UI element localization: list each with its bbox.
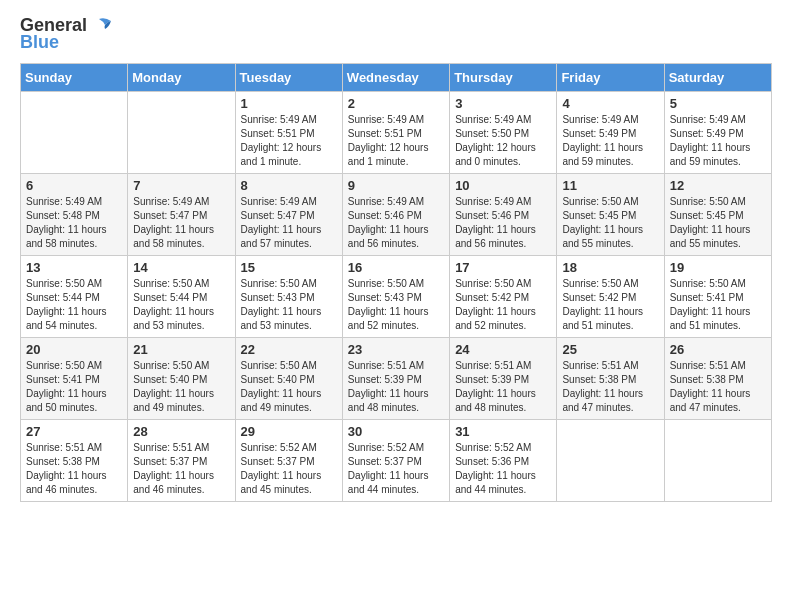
calendar-cell-1-5: 3Sunrise: 5:49 AM Sunset: 5:50 PM Daylig… — [450, 92, 557, 174]
day-info: Sunrise: 5:52 AM Sunset: 5:36 PM Dayligh… — [455, 441, 551, 497]
day-info: Sunrise: 5:51 AM Sunset: 5:39 PM Dayligh… — [455, 359, 551, 415]
weekday-header-monday: Monday — [128, 64, 235, 92]
day-number: 15 — [241, 260, 337, 275]
day-number: 23 — [348, 342, 444, 357]
calendar-cell-2-4: 9Sunrise: 5:49 AM Sunset: 5:46 PM Daylig… — [342, 174, 449, 256]
calendar-cell-3-1: 13Sunrise: 5:50 AM Sunset: 5:44 PM Dayli… — [21, 256, 128, 338]
day-info: Sunrise: 5:50 AM Sunset: 5:43 PM Dayligh… — [241, 277, 337, 333]
day-number: 29 — [241, 424, 337, 439]
day-number: 2 — [348, 96, 444, 111]
day-info: Sunrise: 5:51 AM Sunset: 5:38 PM Dayligh… — [562, 359, 658, 415]
weekday-header-row: SundayMondayTuesdayWednesdayThursdayFrid… — [21, 64, 772, 92]
day-info: Sunrise: 5:50 AM Sunset: 5:44 PM Dayligh… — [133, 277, 229, 333]
day-number: 5 — [670, 96, 766, 111]
day-info: Sunrise: 5:49 AM Sunset: 5:46 PM Dayligh… — [348, 195, 444, 251]
day-number: 1 — [241, 96, 337, 111]
day-number: 10 — [455, 178, 551, 193]
day-number: 4 — [562, 96, 658, 111]
day-number: 14 — [133, 260, 229, 275]
calendar-cell-2-7: 12Sunrise: 5:50 AM Sunset: 5:45 PM Dayli… — [664, 174, 771, 256]
day-info: Sunrise: 5:49 AM Sunset: 5:47 PM Dayligh… — [133, 195, 229, 251]
calendar-cell-5-5: 31Sunrise: 5:52 AM Sunset: 5:36 PM Dayli… — [450, 420, 557, 502]
calendar-cell-3-7: 19Sunrise: 5:50 AM Sunset: 5:41 PM Dayli… — [664, 256, 771, 338]
day-info: Sunrise: 5:50 AM Sunset: 5:41 PM Dayligh… — [26, 359, 122, 415]
day-number: 24 — [455, 342, 551, 357]
day-info: Sunrise: 5:52 AM Sunset: 5:37 PM Dayligh… — [348, 441, 444, 497]
day-number: 21 — [133, 342, 229, 357]
day-number: 20 — [26, 342, 122, 357]
day-number: 17 — [455, 260, 551, 275]
day-info: Sunrise: 5:50 AM Sunset: 5:44 PM Dayligh… — [26, 277, 122, 333]
calendar-cell-2-6: 11Sunrise: 5:50 AM Sunset: 5:45 PM Dayli… — [557, 174, 664, 256]
calendar-cell-4-5: 24Sunrise: 5:51 AM Sunset: 5:39 PM Dayli… — [450, 338, 557, 420]
day-number: 7 — [133, 178, 229, 193]
day-info: Sunrise: 5:49 AM Sunset: 5:51 PM Dayligh… — [241, 113, 337, 169]
calendar-cell-4-3: 22Sunrise: 5:50 AM Sunset: 5:40 PM Dayli… — [235, 338, 342, 420]
day-info: Sunrise: 5:50 AM Sunset: 5:41 PM Dayligh… — [670, 277, 766, 333]
day-info: Sunrise: 5:50 AM Sunset: 5:45 PM Dayligh… — [562, 195, 658, 251]
calendar-cell-2-3: 8Sunrise: 5:49 AM Sunset: 5:47 PM Daylig… — [235, 174, 342, 256]
day-number: 25 — [562, 342, 658, 357]
calendar-cell-3-4: 16Sunrise: 5:50 AM Sunset: 5:43 PM Dayli… — [342, 256, 449, 338]
calendar-cell-4-4: 23Sunrise: 5:51 AM Sunset: 5:39 PM Dayli… — [342, 338, 449, 420]
day-info: Sunrise: 5:51 AM Sunset: 5:38 PM Dayligh… — [670, 359, 766, 415]
calendar-cell-1-1 — [21, 92, 128, 174]
calendar-cell-3-6: 18Sunrise: 5:50 AM Sunset: 5:42 PM Dayli… — [557, 256, 664, 338]
day-info: Sunrise: 5:49 AM Sunset: 5:48 PM Dayligh… — [26, 195, 122, 251]
day-number: 26 — [670, 342, 766, 357]
calendar-cell-5-3: 29Sunrise: 5:52 AM Sunset: 5:37 PM Dayli… — [235, 420, 342, 502]
weekday-header-saturday: Saturday — [664, 64, 771, 92]
day-number: 13 — [26, 260, 122, 275]
calendar-cell-5-1: 27Sunrise: 5:51 AM Sunset: 5:38 PM Dayli… — [21, 420, 128, 502]
day-number: 12 — [670, 178, 766, 193]
day-info: Sunrise: 5:50 AM Sunset: 5:42 PM Dayligh… — [455, 277, 551, 333]
day-number: 28 — [133, 424, 229, 439]
day-info: Sunrise: 5:50 AM Sunset: 5:45 PM Dayligh… — [670, 195, 766, 251]
calendar-cell-1-4: 2Sunrise: 5:49 AM Sunset: 5:51 PM Daylig… — [342, 92, 449, 174]
day-number: 6 — [26, 178, 122, 193]
calendar-cell-4-6: 25Sunrise: 5:51 AM Sunset: 5:38 PM Dayli… — [557, 338, 664, 420]
logo-blue-text: Blue — [20, 32, 59, 53]
day-number: 22 — [241, 342, 337, 357]
day-number: 27 — [26, 424, 122, 439]
calendar-cell-2-5: 10Sunrise: 5:49 AM Sunset: 5:46 PM Dayli… — [450, 174, 557, 256]
day-info: Sunrise: 5:49 AM Sunset: 5:49 PM Dayligh… — [670, 113, 766, 169]
page-container: General Blue SundayMondayTuesdayWednesda… — [0, 0, 792, 517]
calendar-cell-5-7 — [664, 420, 771, 502]
calendar-table: SundayMondayTuesdayWednesdayThursdayFrid… — [20, 63, 772, 502]
day-number: 19 — [670, 260, 766, 275]
weekday-header-sunday: Sunday — [21, 64, 128, 92]
calendar-week-2: 6Sunrise: 5:49 AM Sunset: 5:48 PM Daylig… — [21, 174, 772, 256]
calendar-cell-3-3: 15Sunrise: 5:50 AM Sunset: 5:43 PM Dayli… — [235, 256, 342, 338]
day-info: Sunrise: 5:49 AM Sunset: 5:50 PM Dayligh… — [455, 113, 551, 169]
calendar-cell-4-7: 26Sunrise: 5:51 AM Sunset: 5:38 PM Dayli… — [664, 338, 771, 420]
day-info: Sunrise: 5:50 AM Sunset: 5:42 PM Dayligh… — [562, 277, 658, 333]
calendar-cell-4-2: 21Sunrise: 5:50 AM Sunset: 5:40 PM Dayli… — [128, 338, 235, 420]
day-number: 30 — [348, 424, 444, 439]
calendar-cell-3-5: 17Sunrise: 5:50 AM Sunset: 5:42 PM Dayli… — [450, 256, 557, 338]
day-info: Sunrise: 5:51 AM Sunset: 5:37 PM Dayligh… — [133, 441, 229, 497]
day-info: Sunrise: 5:49 AM Sunset: 5:51 PM Dayligh… — [348, 113, 444, 169]
calendar-cell-1-7: 5Sunrise: 5:49 AM Sunset: 5:49 PM Daylig… — [664, 92, 771, 174]
calendar-cell-1-3: 1Sunrise: 5:49 AM Sunset: 5:51 PM Daylig… — [235, 92, 342, 174]
calendar-week-4: 20Sunrise: 5:50 AM Sunset: 5:41 PM Dayli… — [21, 338, 772, 420]
day-info: Sunrise: 5:50 AM Sunset: 5:40 PM Dayligh… — [241, 359, 337, 415]
weekday-header-wednesday: Wednesday — [342, 64, 449, 92]
day-number: 31 — [455, 424, 551, 439]
calendar-week-5: 27Sunrise: 5:51 AM Sunset: 5:38 PM Dayli… — [21, 420, 772, 502]
weekday-header-thursday: Thursday — [450, 64, 557, 92]
calendar-cell-1-2 — [128, 92, 235, 174]
calendar-cell-2-1: 6Sunrise: 5:49 AM Sunset: 5:48 PM Daylig… — [21, 174, 128, 256]
day-info: Sunrise: 5:51 AM Sunset: 5:38 PM Dayligh… — [26, 441, 122, 497]
day-info: Sunrise: 5:49 AM Sunset: 5:46 PM Dayligh… — [455, 195, 551, 251]
day-number: 18 — [562, 260, 658, 275]
weekday-header-friday: Friday — [557, 64, 664, 92]
weekday-header-tuesday: Tuesday — [235, 64, 342, 92]
day-number: 11 — [562, 178, 658, 193]
day-info: Sunrise: 5:50 AM Sunset: 5:40 PM Dayligh… — [133, 359, 229, 415]
calendar-cell-5-6 — [557, 420, 664, 502]
day-number: 8 — [241, 178, 337, 193]
calendar-cell-5-2: 28Sunrise: 5:51 AM Sunset: 5:37 PM Dayli… — [128, 420, 235, 502]
day-number: 16 — [348, 260, 444, 275]
day-info: Sunrise: 5:52 AM Sunset: 5:37 PM Dayligh… — [241, 441, 337, 497]
